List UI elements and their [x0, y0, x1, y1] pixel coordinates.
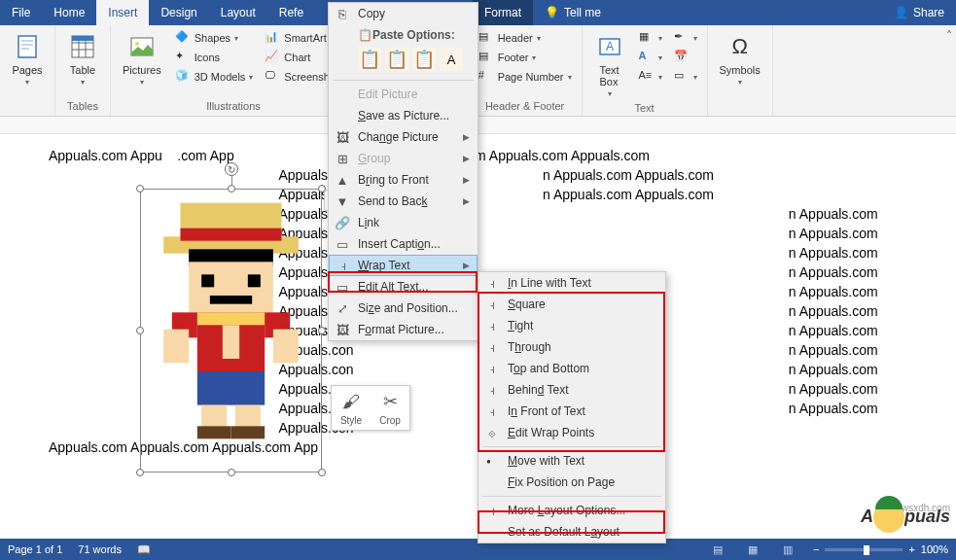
- tell-me[interactable]: 💡 Tell me: [533, 0, 613, 25]
- ctx-insert-caption[interactable]: ▭Insert Caption...: [329, 233, 478, 255]
- chevron-right-icon: ▶: [463, 261, 470, 270]
- paste-option-4[interactable]: A: [440, 48, 463, 71]
- date-time-button[interactable]: 📅: [670, 49, 701, 66]
- wrap-fix-position[interactable]: Fix Position on Page: [478, 472, 665, 493]
- resize-handle-bl[interactable]: [136, 469, 144, 476]
- wordart-icon: A: [639, 50, 655, 65]
- collapse-ribbon-icon[interactable]: ˄: [946, 29, 952, 43]
- view-print-button[interactable]: ▦: [743, 542, 762, 557]
- wrap-in-front[interactable]: ⫞In Front of Text: [478, 401, 665, 422]
- paste-option-1[interactable]: 📋: [358, 48, 381, 71]
- tell-me-label: Tell me: [564, 6, 601, 19]
- text-box-button[interactable]: A Text Box ▾: [588, 29, 631, 100]
- share-button[interactable]: 👤 Share: [894, 6, 944, 19]
- format-picture-icon: 🖼: [335, 322, 350, 337]
- footer-button[interactable]: ▤Footer ▾: [475, 49, 576, 66]
- ctx-link[interactable]: 🔗Link: [329, 212, 478, 233]
- chevron-down-icon: ▾: [140, 78, 144, 87]
- tab-layout[interactable]: Layout: [209, 0, 267, 25]
- ribbon-group-header-footer: ▤Header ▾ ▤Footer ▾ #Page Number ▾ Heade…: [469, 25, 583, 116]
- mini-style-button[interactable]: 🖌 Style: [332, 386, 371, 430]
- ctx-wrap-text[interactable]: ⫞Wrap Text▶: [329, 255, 478, 276]
- resize-handle-tm[interactable]: [228, 185, 235, 192]
- zoom-slider[interactable]: [825, 548, 903, 551]
- wrap-tight[interactable]: ⫞Tight: [478, 315, 665, 336]
- ctx-save-as-picture[interactable]: Save as Picture...: [329, 105, 478, 126]
- header-button[interactable]: ▤Header ▾: [475, 29, 576, 47]
- ctx-edit-alt-text[interactable]: ▭Edit Alt Text...: [329, 276, 478, 298]
- rotate-handle[interactable]: [225, 162, 238, 176]
- zoom-percent[interactable]: 100%: [921, 543, 948, 555]
- wordart-button[interactable]: A▾: [635, 49, 666, 66]
- mini-crop-button[interactable]: ✂ Crop: [371, 386, 409, 430]
- svg-rect-2: [21, 44, 33, 46]
- pictures-button[interactable]: Pictures ▾: [117, 29, 167, 88]
- tab-format[interactable]: Format: [473, 0, 533, 25]
- resize-handle-br[interactable]: [318, 469, 326, 476]
- quick-parts-button[interactable]: ▦▾: [635, 29, 666, 47]
- tab-file[interactable]: File: [0, 0, 42, 25]
- tab-references[interactable]: Refe: [267, 0, 315, 25]
- illustrations-group-label: Illustrations: [117, 98, 350, 114]
- wrap-more-layout-options[interactable]: ⫞More Layout Options...: [478, 500, 665, 521]
- wrap-behind[interactable]: ⫞Behind Text: [478, 379, 665, 401]
- paste-option-2[interactable]: 📋: [385, 48, 408, 71]
- page-number-label: Page Number: [498, 71, 564, 83]
- tab-home[interactable]: Home: [42, 0, 96, 25]
- context-menu: ⎘Copy 📋Paste Options: 📋 📋 📋 A Edit Pictu…: [328, 2, 478, 341]
- page-number-button[interactable]: #Page Number ▾: [475, 68, 576, 86]
- resize-handle-bm[interactable]: [228, 469, 235, 476]
- status-page[interactable]: Page 1 of 1: [8, 543, 62, 555]
- more-layout-icon: ⫞: [484, 503, 500, 518]
- alt-text-icon: ▭: [335, 279, 350, 295]
- pages-button[interactable]: Pages ▾: [6, 29, 49, 88]
- zoom-slider-thumb[interactable]: [864, 545, 869, 555]
- table-button[interactable]: Table ▾: [61, 29, 104, 88]
- view-read-button[interactable]: ▤: [708, 542, 727, 557]
- status-words[interactable]: 71 words: [78, 543, 122, 555]
- tab-design[interactable]: Design: [149, 0, 208, 25]
- shapes-button[interactable]: 🔷Shapes ▾: [171, 29, 258, 47]
- zoom-out-button[interactable]: −: [813, 543, 819, 555]
- tab-insert[interactable]: Insert: [96, 0, 149, 25]
- ctx-copy[interactable]: ⎘Copy: [329, 3, 478, 24]
- symbols-button[interactable]: Ω Symbols ▾: [714, 29, 766, 88]
- ribbon-group-illustrations: Pictures ▾ 🔷Shapes ▾ ✦Icons 🧊3D Models ▾…: [111, 25, 357, 116]
- status-spell-check-icon[interactable]: 📖: [137, 543, 151, 556]
- ctx-send-to-back[interactable]: ▼Send to Back▶: [329, 191, 478, 212]
- shapes-icon: 🔷: [175, 30, 191, 46]
- mini-crop-label: Crop: [379, 415, 401, 426]
- 3d-models-button[interactable]: 🧊3D Models ▾: [171, 68, 258, 86]
- wrap-top-bottom[interactable]: ⫞Top and Bottom: [478, 358, 665, 379]
- svg-rect-0: [18, 36, 36, 57]
- wrap-set-default[interactable]: Set as Default Layout: [478, 521, 665, 542]
- wrap-square[interactable]: ⫞Square: [478, 294, 665, 315]
- ctx-format-picture[interactable]: 🖼Format Picture...: [329, 319, 478, 340]
- paste-option-3[interactable]: 📋: [412, 48, 436, 71]
- symbols-group-label: [714, 98, 766, 114]
- ctx-change-picture[interactable]: 🖼Change Picture▶: [329, 126, 478, 148]
- wrap-through[interactable]: ⫞Through: [478, 336, 665, 358]
- wrap-move-with-text[interactable]: Move with Text: [478, 450, 665, 472]
- edit-wrap-icon: ⟐: [484, 425, 500, 440]
- object-button[interactable]: ▭▾: [670, 68, 701, 86]
- footer-icon: ▤: [478, 50, 494, 65]
- resize-handle-tl[interactable]: [136, 185, 144, 192]
- copy-icon: ⎘: [335, 6, 350, 21]
- wrap-inline[interactable]: ⫞In Line with Text: [478, 272, 665, 294]
- icons-button[interactable]: ✦Icons: [171, 49, 258, 66]
- svg-rect-9: [72, 36, 93, 41]
- shapes-label: Shapes: [195, 32, 230, 44]
- wrap-edit-points[interactable]: ⟐Edit Wrap Points: [478, 422, 665, 443]
- resize-handle-lm[interactable]: [136, 327, 144, 334]
- wrap-in-front-icon: ⫞: [484, 403, 500, 419]
- ctx-bring-to-front[interactable]: ▲Bring to Front▶: [329, 169, 478, 191]
- ctx-size-position[interactable]: ⤢Size and Position...: [329, 298, 478, 319]
- signature-line-button[interactable]: ✒▾: [670, 29, 701, 47]
- view-web-button[interactable]: ▥: [778, 542, 797, 557]
- selected-image[interactable]: ⫞: [146, 194, 316, 467]
- object-icon: ▭: [674, 69, 690, 85]
- drop-cap-button[interactable]: A≡▾: [635, 68, 666, 86]
- zoom-in-button[interactable]: +: [908, 543, 914, 555]
- resize-handle-rm[interactable]: [318, 327, 326, 334]
